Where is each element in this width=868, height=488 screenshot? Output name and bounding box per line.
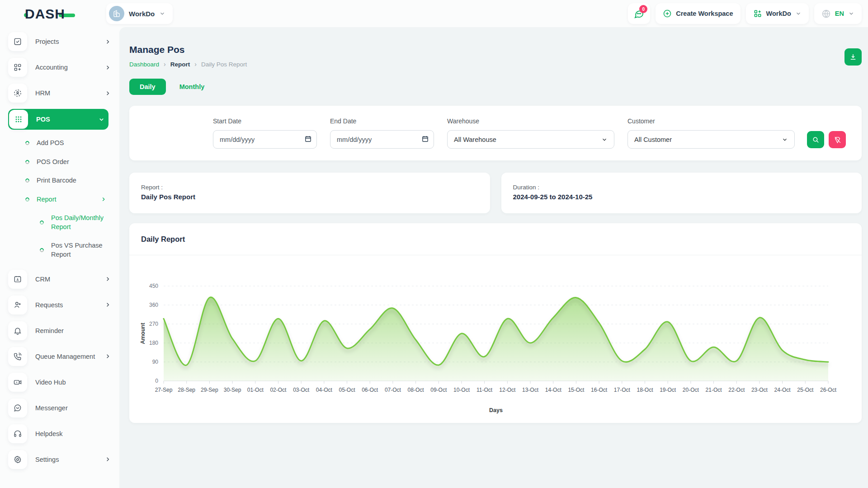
chevron-down-icon xyxy=(601,136,608,143)
subitem-label: Pos Daily/Monthly Report xyxy=(51,214,114,231)
chart-card-header: Daily Report xyxy=(129,223,862,255)
start-date-group: Start Date xyxy=(213,117,317,149)
svg-text:90: 90 xyxy=(152,359,159,365)
calendar-icon[interactable] xyxy=(421,135,429,145)
sidebar-item-label: HRM xyxy=(35,89,104,97)
svg-text:Amount: Amount xyxy=(140,323,146,344)
breadcrumb-current: Daily Pos Report xyxy=(201,61,247,68)
warehouse-selected-value: All Warehouse xyxy=(454,136,601,143)
subitem-label: Print Barcode xyxy=(37,176,76,185)
sidebar-item-label: Projects xyxy=(35,38,104,45)
svg-text:180: 180 xyxy=(149,340,158,346)
breadcrumb-dashboard[interactable]: Dashboard xyxy=(129,61,159,68)
chart-title: Daily Report xyxy=(141,235,185,244)
end-date-input[interactable] xyxy=(330,130,434,149)
language-menu[interactable]: EN xyxy=(814,3,862,24)
bullet-icon xyxy=(24,140,30,146)
sidebar-item-accounting[interactable]: Accounting xyxy=(8,57,114,77)
sidebar-item-helpdesk[interactable]: Helpdesk xyxy=(8,424,114,444)
svg-text:25-Oct: 25-Oct xyxy=(797,387,814,393)
download-button[interactable] xyxy=(844,48,862,66)
workspace-switcher[interactable]: WorkDo xyxy=(106,3,173,24)
calendar-icon[interactable] xyxy=(304,135,312,145)
svg-text:07-Oct: 07-Oct xyxy=(385,387,401,393)
search-icon xyxy=(812,136,820,144)
sidebar-item-label: Video Hub xyxy=(35,379,114,386)
workspace-avatar xyxy=(109,6,124,21)
chevron-right-icon xyxy=(104,301,111,308)
breadcrumb-separator: › xyxy=(194,61,197,68)
sidebar-item-messenger[interactable]: Messenger xyxy=(8,398,114,418)
sidebar-item-label: CRM xyxy=(35,276,104,283)
tab-monthly[interactable]: Monthly xyxy=(179,83,205,90)
sidebar-item-video-hub[interactable]: Video Hub xyxy=(8,372,114,392)
subitem-label: POS Order xyxy=(37,158,69,167)
sidebar-subitem-report[interactable]: Report xyxy=(0,195,119,204)
person-target-icon xyxy=(8,84,27,103)
sidebar-item-hrm[interactable]: HRM xyxy=(8,83,114,103)
chevron-down-icon xyxy=(848,10,854,17)
gear-icon xyxy=(8,450,27,469)
sidebar: Projects Accounting HRM POS Add POS POS … xyxy=(0,27,119,488)
breadcrumb-report[interactable]: Report xyxy=(170,61,190,68)
bell-icon xyxy=(8,321,27,340)
warehouse-group: Warehouse All Warehouse xyxy=(447,117,614,149)
sidebar-subitem-pos-vs-purchase-report[interactable]: Pos VS Purchase Report xyxy=(0,241,119,259)
search-button[interactable] xyxy=(807,131,824,148)
customer-group: Customer All Customer xyxy=(627,117,795,149)
messages-button[interactable]: 0 xyxy=(628,3,650,24)
sidebar-item-settings[interactable]: Settings xyxy=(8,450,114,469)
svg-text:23-Oct: 23-Oct xyxy=(751,387,768,393)
sidebar-item-crm[interactable]: CRM xyxy=(8,269,114,289)
sidebar-item-label: Accounting xyxy=(35,64,104,71)
sidebar-subitem-add-pos[interactable]: Add POS xyxy=(0,139,119,148)
sidebar-item-requests[interactable]: Requests xyxy=(8,295,114,315)
daily-report-area-chart[interactable]: 09018027036045027-Sep28-Sep29-Sep30-Sep0… xyxy=(137,259,837,415)
svg-text:29-Sep: 29-Sep xyxy=(201,387,218,393)
create-workspace-button[interactable]: Create Workspace xyxy=(656,3,740,24)
app-logo[interactable]: DASH xyxy=(25,6,75,22)
sidebar-item-pos[interactable]: POS xyxy=(8,109,108,130)
id-card-icon xyxy=(8,270,27,289)
warehouse-label: Warehouse xyxy=(447,117,614,125)
reset-button[interactable] xyxy=(829,131,846,148)
plus-circle-icon xyxy=(663,9,672,18)
end-date-group: End Date xyxy=(330,117,434,149)
report-period-tabs: Daily Monthly xyxy=(129,79,862,95)
warehouse-select[interactable]: All Warehouse xyxy=(447,130,614,149)
sidebar-item-label: Queue Management xyxy=(35,353,104,360)
svg-text:10-Oct: 10-Oct xyxy=(453,387,470,393)
svg-text:30-Sep: 30-Sep xyxy=(224,387,241,393)
main-content: Manage Pos Dashboard › Report › Daily Po… xyxy=(119,27,868,488)
summary-row: Report : Daily Pos Report Duration : 202… xyxy=(129,173,862,213)
sidebar-item-label: Helpdesk xyxy=(35,430,114,437)
create-workspace-label: Create Workspace xyxy=(676,10,733,17)
filter-card: Start Date End Date Warehous xyxy=(129,106,862,160)
sidebar-subitem-pos-daily-monthly-report[interactable]: Pos Daily/Monthly Report xyxy=(0,214,119,231)
sidebar-subitem-print-barcode[interactable]: Print Barcode xyxy=(0,176,119,185)
account-menu[interactable]: WorkDo xyxy=(746,3,809,24)
subitem-label: Pos VS Purchase Report xyxy=(51,241,114,259)
customer-select[interactable]: All Customer xyxy=(627,130,795,149)
svg-text:18-Oct: 18-Oct xyxy=(637,387,653,393)
subitem-label: Report xyxy=(37,195,57,204)
sidebar-item-label: Messenger xyxy=(35,404,114,412)
app-header: DASH WorkDo 0 Create Workspace xyxy=(0,0,868,27)
sidebar-item-reminder[interactable]: Reminder xyxy=(8,321,114,341)
sidebar-item-projects[interactable]: Projects xyxy=(8,32,114,52)
svg-text:0: 0 xyxy=(155,378,158,384)
svg-text:02-Oct: 02-Oct xyxy=(270,387,287,393)
chevron-down-icon xyxy=(159,10,165,17)
svg-text:19-Oct: 19-Oct xyxy=(660,387,676,393)
tab-daily[interactable]: Daily xyxy=(129,79,166,95)
sidebar-subitem-pos-order[interactable]: POS Order xyxy=(0,158,119,167)
bullet-icon xyxy=(39,248,45,253)
start-date-input[interactable] xyxy=(213,130,317,149)
chevron-right-icon xyxy=(104,276,111,282)
sidebar-item-queue-management[interactable]: Queue Management xyxy=(8,347,114,366)
download-icon xyxy=(849,53,857,61)
customer-selected-value: All Customer xyxy=(634,136,782,143)
duration-label: Duration : xyxy=(513,184,850,191)
phone-call-icon xyxy=(8,347,27,366)
headphones-icon xyxy=(8,424,27,443)
